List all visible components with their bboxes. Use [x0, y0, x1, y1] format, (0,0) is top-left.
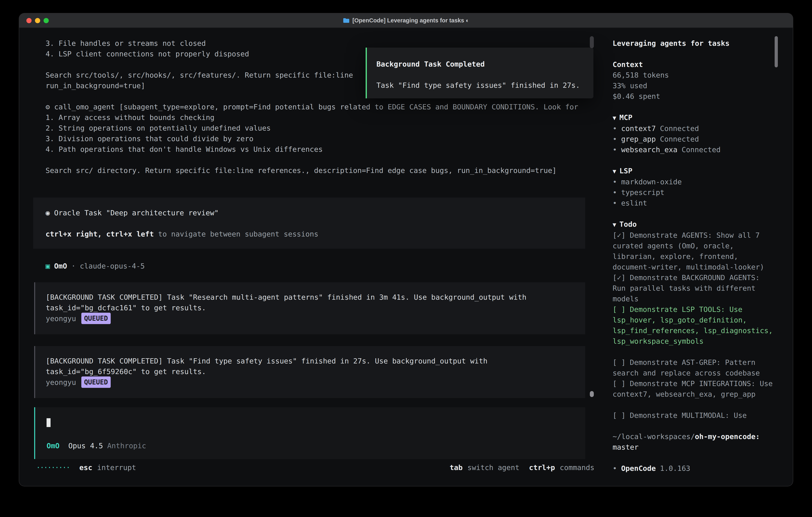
checkbox-empty-icon: [ ]	[613, 358, 626, 366]
bullet-icon: •	[613, 188, 617, 196]
prompt-input[interactable]: OmOOpus 4.5Anthropic	[34, 407, 585, 459]
lsp-item: •eslint	[613, 198, 775, 208]
window-title-text: [OpenCode] Leveraging agents for tasks ◐	[352, 17, 469, 24]
checkbox-empty-icon: [ ]	[613, 411, 626, 419]
agent-name: OmO	[54, 262, 67, 270]
todo-heading-label: Todo	[619, 220, 637, 228]
oracle-title-row: ◉Oracle Task "Deep architecture review"	[46, 208, 577, 218]
todo-item: [✓]Demonstrate AGENTS: Show all 7 curate…	[613, 230, 775, 272]
input-provider: Anthropic	[107, 442, 146, 450]
bullet-icon: •	[613, 178, 617, 186]
notification-body: Task "Find type safety issues" finished …	[376, 80, 593, 90]
lsp-item: •typescript	[613, 187, 775, 198]
mcp-item: •context7Connected	[613, 123, 775, 134]
workspace-path: ~/local-workspaces/oh-my-opencode: maste…	[613, 431, 775, 453]
mcp-heading: ▼MCP	[613, 112, 775, 123]
todo-item: [ ]Demonstrate AST-GREP: Pattern search …	[613, 357, 775, 378]
tab-hint: tabswitch agent	[450, 462, 519, 473]
sidebar: Leveraging agents for tasks Context 66,5…	[605, 28, 793, 486]
context-section: Context 66,518 tokens 33% used $0.46 spe…	[613, 59, 775, 102]
checkbox-checked-icon: [✓]	[613, 231, 626, 239]
bullet-icon: •	[613, 464, 617, 472]
mcp-heading-label: MCP	[619, 113, 632, 121]
mcp-section: ▼MCP •context7Connected •grep_appConnect…	[613, 112, 775, 155]
notification-title: Background Task Completed	[376, 59, 593, 70]
mcp-status: Connected	[660, 124, 699, 133]
lsp-heading: ▼LSP	[613, 166, 775, 176]
todo-item: [ ]Demonstrate MCP INTEGRATIONS: Use con…	[613, 378, 775, 400]
message-text: [BACKGROUND TASK COMPLETED] Task "Find t…	[46, 356, 545, 377]
oracle-hint-keys: ctrl+x right, ctrl+x left	[46, 230, 154, 238]
todo-item: [✓]Demonstrate BACKGROUND AGENTS: Run pa…	[613, 272, 775, 304]
message-footer: yeongyuQUEUED	[46, 313, 585, 324]
context-used: 33% used	[613, 80, 775, 91]
main-scrollbar-segment[interactable]	[590, 36, 594, 48]
close-button[interactable]	[26, 18, 32, 23]
terminal-main: 3. File handles or streams not closed 4.…	[19, 28, 605, 486]
message-author: yeongyu	[46, 315, 76, 323]
todo-item: [ ]Demonstrate MULTIMODAL: Use	[613, 410, 775, 420]
mcp-status: Connected	[682, 145, 721, 154]
tab-label: switch agent	[467, 462, 519, 473]
statusbar: ········· escinterrupt tabswitch agent c…	[36, 462, 594, 473]
background-task-message: [BACKGROUND TASK COMPLETED] Task "Resear…	[34, 282, 585, 334]
agent-session-header: ▣OmO·claude-opus-4-5	[46, 261, 145, 271]
input-footer: OmOOpus 4.5Anthropic	[47, 440, 146, 451]
background-task-notification[interactable]: Background Task Completed Task "Find typ…	[366, 48, 593, 98]
titlebar[interactable]: [OpenCode] Leveraging agents for tasks ◐	[19, 13, 793, 28]
zoom-button[interactable]	[44, 18, 49, 23]
spinner-dots: ·········	[36, 462, 70, 473]
agent-model: claude-opus-4-5	[80, 262, 145, 270]
esc-label: interrupt	[97, 462, 136, 473]
esc-hint: escinterrupt	[79, 462, 136, 473]
oracle-task-banner: ◉Oracle Task "Deep architecture review" …	[33, 197, 585, 249]
main-scrollbar-thumb[interactable]	[590, 391, 594, 397]
agent-separator: ·	[71, 262, 76, 270]
context-heading: Context	[613, 59, 775, 70]
bullet-icon: •	[613, 145, 617, 154]
minimize-button[interactable]	[35, 18, 40, 23]
todo-section: ▼Todo [✓]Demonstrate AGENTS: Show all 7 …	[613, 219, 775, 420]
checkbox-checked-icon: [✓]	[613, 273, 626, 282]
commands-hint: ctrl+pcommands	[529, 462, 594, 473]
lsp-heading-label: LSP	[619, 167, 632, 175]
queued-badge: QUEUED	[81, 377, 111, 388]
commands-label: commands	[560, 462, 594, 473]
input-agent: OmO	[47, 442, 60, 450]
bullet-icon: •	[613, 124, 617, 133]
lsp-item: •markdown-oxide	[613, 176, 775, 187]
context-tokens: 66,518 tokens	[613, 70, 775, 80]
mcp-item: •grep_appConnected	[613, 134, 775, 144]
ctrl-p-key: ctrl+p	[529, 462, 555, 473]
esc-key: esc	[79, 462, 92, 473]
mcp-item: •websearch_exaConnected	[613, 144, 775, 155]
session-title: Leveraging agents for tasks	[613, 38, 775, 49]
window-title: [OpenCode] Leveraging agents for tasks ◐	[19, 13, 793, 28]
folder-icon	[343, 18, 350, 23]
bullet-icon: •	[613, 135, 617, 143]
queued-badge: QUEUED	[81, 313, 111, 324]
statusbar-right: tabswitch agent ctrl+pcommands	[450, 462, 594, 473]
collapse-arrow-icon: ▼	[613, 114, 616, 121]
oracle-title: Oracle Task "Deep architecture review"	[54, 209, 219, 217]
checkbox-empty-icon: [ ]	[613, 379, 626, 388]
tab-key: tab	[450, 462, 463, 473]
app-version: 1.0.163	[660, 464, 690, 472]
sidebar-scrollbar-thumb[interactable]	[775, 36, 778, 67]
app-version-footer: •OpenCode1.0.163	[613, 463, 775, 473]
oracle-icon: ◉	[46, 209, 50, 217]
app-name: OpenCode	[621, 464, 656, 472]
workspace-branch: master	[613, 442, 775, 453]
omo-agent-icon: ▣	[46, 262, 50, 270]
traffic-lights	[19, 18, 49, 23]
text-cursor	[47, 418, 51, 427]
oracle-hint: ctrl+x right, ctrl+x left to navigate be…	[46, 229, 577, 239]
todo-item: [ ]Demonstrate LSP TOOLS: Use lsp_hover,…	[613, 304, 775, 347]
terminal-window: [OpenCode] Leveraging agents for tasks ◐…	[19, 13, 793, 486]
background-task-message: [BACKGROUND TASK COMPLETED] Task "Find t…	[34, 346, 585, 398]
input-model: Opus 4.5	[68, 442, 103, 450]
collapse-arrow-icon: ▼	[613, 168, 616, 175]
mcp-status: Connected	[660, 135, 699, 143]
workspace-path-line: ~/local-workspaces/oh-my-opencode:	[613, 431, 775, 442]
message-footer: yeongyuQUEUED	[46, 377, 585, 388]
